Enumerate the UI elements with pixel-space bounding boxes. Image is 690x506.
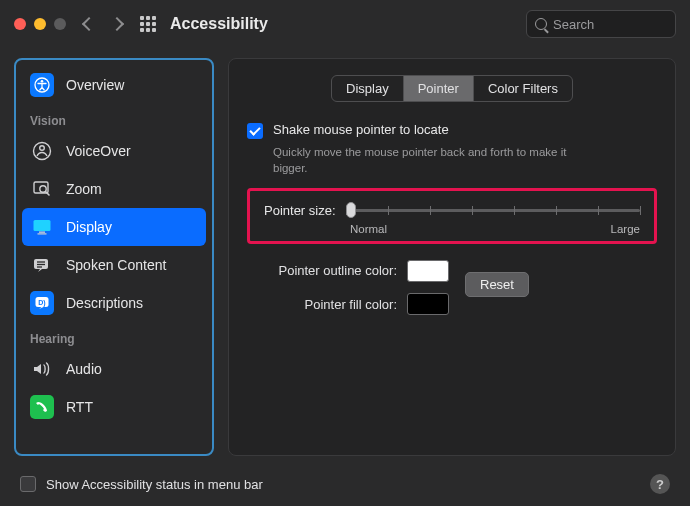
show-all-icon[interactable] — [140, 16, 156, 32]
minimize-window-button[interactable] — [34, 18, 46, 30]
status-menubar-label: Show Accessibility status in menu bar — [46, 477, 640, 492]
search-placeholder: Search — [553, 17, 594, 32]
outline-color-label: Pointer outline color: — [247, 263, 397, 278]
svg-text:D): D) — [38, 299, 45, 307]
tab-group: Display Pointer Color Filters — [331, 75, 573, 102]
sidebar-item-label: VoiceOver — [66, 143, 131, 159]
sidebar-item-audio[interactable]: Audio — [22, 350, 206, 388]
voiceover-icon — [30, 139, 54, 163]
sidebar-item-label: Spoken Content — [66, 257, 166, 273]
section-header-hearing: Hearing — [22, 322, 206, 350]
sidebar-item-label: Audio — [66, 361, 102, 377]
status-menubar-checkbox[interactable] — [20, 476, 36, 492]
sidebar-item-overview[interactable]: Overview — [22, 66, 206, 104]
sidebar: Overview Vision VoiceOver Zoom Display — [14, 58, 214, 456]
svg-rect-9 — [38, 233, 47, 234]
tab-display[interactable]: Display — [332, 76, 403, 101]
slider-knob[interactable] — [346, 202, 356, 218]
sidebar-item-label: Display — [66, 219, 112, 235]
titlebar: Accessibility Search — [0, 0, 690, 48]
descriptions-icon: D) — [30, 291, 54, 315]
tab-pointer[interactable]: Pointer — [403, 76, 473, 101]
window-title: Accessibility — [170, 15, 526, 33]
audio-icon — [30, 357, 54, 381]
section-header-vision: Vision — [22, 104, 206, 132]
sidebar-item-spoken-content[interactable]: Spoken Content — [22, 246, 206, 284]
slider-max-label: Large — [611, 223, 640, 235]
fill-color-swatch[interactable] — [407, 293, 449, 315]
shake-to-locate-checkbox[interactable] — [247, 123, 263, 139]
window-controls — [14, 18, 66, 30]
help-button[interactable]: ? — [650, 474, 670, 494]
sidebar-item-display[interactable]: Display — [22, 208, 206, 246]
back-button[interactable] — [82, 17, 96, 31]
svg-point-3 — [40, 146, 45, 151]
fill-color-label: Pointer fill color: — [247, 297, 397, 312]
slider-min-label: Normal — [350, 223, 387, 235]
reset-button[interactable]: Reset — [465, 272, 529, 297]
accessibility-icon — [30, 73, 54, 97]
footer: Show Accessibility status in menu bar ? — [0, 466, 690, 502]
sidebar-item-descriptions[interactable]: D) Descriptions — [22, 284, 206, 322]
nav-arrows — [84, 19, 122, 29]
svg-rect-7 — [34, 220, 51, 231]
sidebar-item-rtt[interactable]: RTT — [22, 388, 206, 426]
forward-button[interactable] — [110, 17, 124, 31]
spoken-content-icon — [30, 253, 54, 277]
shake-to-locate-label: Shake mouse pointer to locate — [273, 122, 449, 137]
outline-color-swatch[interactable] — [407, 260, 449, 282]
close-window-button[interactable] — [14, 18, 26, 30]
pointer-size-slider[interactable] — [346, 201, 640, 219]
zoom-icon — [30, 177, 54, 201]
rtt-icon — [30, 395, 54, 419]
search-input[interactable]: Search — [526, 10, 676, 38]
pointer-size-label: Pointer size: — [264, 203, 336, 218]
sidebar-item-zoom[interactable]: Zoom — [22, 170, 206, 208]
sidebar-item-label: Overview — [66, 77, 124, 93]
zoom-window-button[interactable] — [54, 18, 66, 30]
tab-color-filters[interactable]: Color Filters — [473, 76, 572, 101]
search-icon — [535, 18, 547, 30]
display-icon — [30, 215, 54, 239]
svg-point-1 — [41, 80, 44, 83]
sidebar-item-label: Zoom — [66, 181, 102, 197]
sidebar-item-voiceover[interactable]: VoiceOver — [22, 132, 206, 170]
pointer-size-highlight: Pointer size: Normal Large — [247, 188, 657, 244]
shake-to-locate-description: Quickly move the mouse pointer back and … — [273, 145, 593, 176]
sidebar-item-label: RTT — [66, 399, 93, 415]
settings-panel: Display Pointer Color Filters Shake mous… — [228, 58, 676, 456]
svg-rect-8 — [39, 232, 45, 233]
sidebar-item-label: Descriptions — [66, 295, 143, 311]
